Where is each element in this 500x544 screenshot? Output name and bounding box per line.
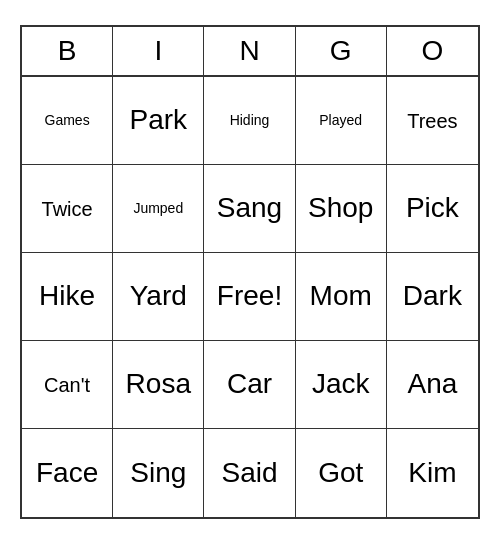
bingo-cell-8[interactable]: Shop [296, 165, 387, 253]
bingo-cell-text-2: Hiding [230, 113, 270, 128]
bingo-cell-9[interactable]: Pick [387, 165, 478, 253]
bingo-cell-text-24: Kim [408, 458, 456, 489]
bingo-cell-19[interactable]: Ana [387, 341, 478, 429]
bingo-cell-text-1: Park [130, 105, 188, 136]
bingo-cell-1[interactable]: Park [113, 77, 204, 165]
bingo-cell-15[interactable]: Can't [22, 341, 113, 429]
bingo-cell-text-6: Jumped [133, 201, 183, 216]
bingo-cell-17[interactable]: Car [204, 341, 295, 429]
bingo-cell-text-18: Jack [312, 369, 370, 400]
bingo-cell-3[interactable]: Played [296, 77, 387, 165]
bingo-cell-6[interactable]: Jumped [113, 165, 204, 253]
bingo-header: BINGO [22, 27, 478, 77]
header-letter-n: N [204, 27, 295, 75]
bingo-cell-text-0: Games [45, 113, 90, 128]
bingo-cell-20[interactable]: Face [22, 429, 113, 517]
bingo-cell-22[interactable]: Said [204, 429, 295, 517]
header-letter-o: O [387, 27, 478, 75]
bingo-cell-text-7: Sang [217, 193, 282, 224]
bingo-card: BINGO GamesParkHidingPlayedTreesTwiceJum… [20, 25, 480, 519]
bingo-cell-text-9: Pick [406, 193, 459, 224]
bingo-cell-text-22: Said [221, 458, 277, 489]
bingo-grid: GamesParkHidingPlayedTreesTwiceJumpedSan… [22, 77, 478, 517]
bingo-cell-13[interactable]: Mom [296, 253, 387, 341]
bingo-cell-text-23: Got [318, 458, 363, 489]
bingo-cell-10[interactable]: Hike [22, 253, 113, 341]
bingo-cell-5[interactable]: Twice [22, 165, 113, 253]
header-letter-i: I [113, 27, 204, 75]
bingo-cell-4[interactable]: Trees [387, 77, 478, 165]
bingo-cell-text-3: Played [319, 113, 362, 128]
bingo-cell-text-15: Can't [44, 374, 90, 396]
bingo-cell-7[interactable]: Sang [204, 165, 295, 253]
bingo-cell-text-17: Car [227, 369, 272, 400]
bingo-cell-16[interactable]: Rosa [113, 341, 204, 429]
bingo-cell-text-19: Ana [407, 369, 457, 400]
bingo-cell-11[interactable]: Yard [113, 253, 204, 341]
bingo-cell-23[interactable]: Got [296, 429, 387, 517]
bingo-cell-text-4: Trees [407, 110, 457, 132]
bingo-cell-text-14: Dark [403, 281, 462, 312]
bingo-cell-text-10: Hike [39, 281, 95, 312]
bingo-cell-text-8: Shop [308, 193, 373, 224]
bingo-cell-text-5: Twice [42, 198, 93, 220]
bingo-cell-text-16: Rosa [126, 369, 191, 400]
bingo-cell-text-21: Sing [130, 458, 186, 489]
bingo-cell-text-13: Mom [310, 281, 372, 312]
bingo-cell-12[interactable]: Free! [204, 253, 295, 341]
header-letter-b: B [22, 27, 113, 75]
bingo-cell-2[interactable]: Hiding [204, 77, 295, 165]
bingo-cell-14[interactable]: Dark [387, 253, 478, 341]
bingo-cell-0[interactable]: Games [22, 77, 113, 165]
bingo-cell-21[interactable]: Sing [113, 429, 204, 517]
bingo-cell-text-20: Face [36, 458, 98, 489]
bingo-cell-text-11: Yard [130, 281, 187, 312]
header-letter-g: G [296, 27, 387, 75]
bingo-cell-18[interactable]: Jack [296, 341, 387, 429]
bingo-cell-24[interactable]: Kim [387, 429, 478, 517]
bingo-cell-text-12: Free! [217, 281, 282, 312]
